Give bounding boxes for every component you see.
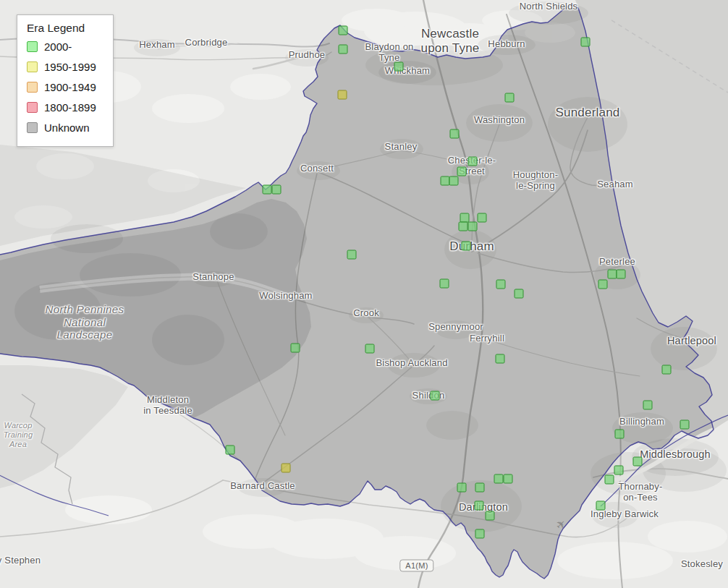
era-marker[interactable] [457,483,467,493]
legend-item-label: 1800-1899 [44,101,96,114]
legend-item: 1800-1899 [27,101,104,114]
era-marker[interactable] [515,289,524,299]
era-marker[interactable] [486,511,495,521]
legend-item-label: 1950-1999 [44,61,96,73]
era-marker[interactable] [475,483,485,493]
era-marker[interactable] [596,501,606,511]
legend-item: 1900-1949 [27,81,104,93]
era-marker[interactable] [662,365,672,375]
era-marker[interactable] [617,270,626,279]
era-marker[interactable] [459,222,468,231]
era-swatch-icon [27,122,38,133]
era-marker[interactable] [339,26,348,35]
era-marker[interactable] [614,466,624,475]
era-marker[interactable] [462,242,471,251]
era-marker[interactable] [468,222,478,231]
legend-item: 2000- [27,41,104,53]
era-marker[interactable] [478,213,487,223]
era-marker[interactable] [440,279,449,289]
era-swatch-icon [27,102,38,113]
legend-items: 2000- 1950-1999 1900-1949 1800-1899 [27,41,104,134]
era-legend: Era Legend 2000- 1950-1999 1900-1949 [17,14,114,147]
era-marker[interactable] [291,344,300,353]
era-marker[interactable] [494,474,504,484]
era-marker[interactable] [263,185,272,195]
era-marker[interactable] [598,280,608,289]
era-marker[interactable] [272,185,282,195]
map-canvas[interactable]: Newcastle upon TyneSunderlandDurhamMiddl… [0,0,728,588]
era-marker[interactable] [504,474,513,484]
era-marker[interactable] [449,176,459,186]
era-marker[interactable] [339,45,348,54]
era-marker[interactable] [605,475,614,485]
legend-item-label: 1900-1949 [44,81,96,93]
era-marker[interactable] [347,250,357,260]
legend-item-label: Unknown [44,122,90,134]
era-marker[interactable] [475,501,484,511]
era-marker[interactable] [643,401,653,410]
legend-item: 1950-1999 [27,61,104,73]
era-marker[interactable] [633,457,643,466]
legend-item-label: 2000- [44,41,72,53]
era-marker[interactable] [615,430,625,439]
era-swatch-icon [27,82,38,93]
era-marker[interactable] [394,62,404,72]
era-marker[interactable] [581,38,591,47]
era-marker[interactable] [505,93,515,103]
era-swatch-icon [27,41,38,52]
era-marker[interactable] [338,90,347,100]
era-marker[interactable] [431,391,440,401]
era-marker[interactable] [450,129,460,139]
era-swatch-icon [27,61,38,72]
legend-title: Era Legend [27,22,104,35]
legend-item: Unknown [27,122,104,134]
era-marker[interactable] [468,157,478,166]
era-marker[interactable] [457,167,467,176]
era-marker[interactable] [496,280,506,289]
era-marker[interactable] [496,354,505,364]
era-marker[interactable] [365,344,375,354]
era-marker[interactable] [282,464,291,473]
era-marker[interactable] [475,529,485,539]
era-marker[interactable] [226,446,235,455]
era-marker[interactable] [680,420,690,430]
